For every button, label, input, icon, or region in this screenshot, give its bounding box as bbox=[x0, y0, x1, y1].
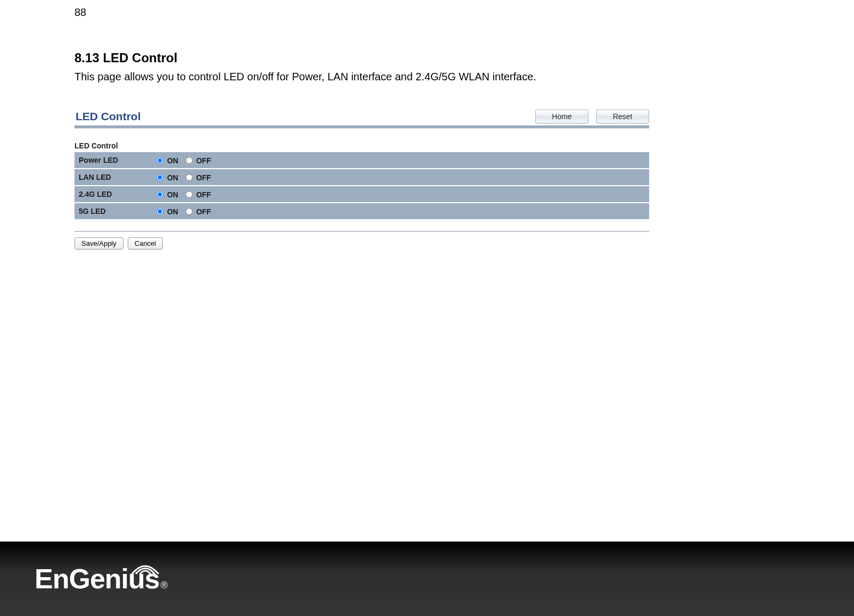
on-label: ON bbox=[167, 173, 178, 182]
panel-sub-heading: LED Control bbox=[74, 141, 649, 150]
row-label: 5G LED bbox=[74, 203, 152, 219]
cancel-button[interactable]: Cancel bbox=[128, 237, 163, 249]
lan-led-on-radio[interactable] bbox=[156, 174, 163, 181]
panel-top-buttons: Home Reset bbox=[535, 110, 649, 123]
off-label: OFF bbox=[196, 207, 211, 216]
row-label: 2.4G LED bbox=[74, 186, 152, 202]
table-row: Power LED ON OFF bbox=[74, 152, 649, 168]
page-footer: EnGenius ® bbox=[0, 542, 854, 616]
5g-led-off-radio[interactable] bbox=[186, 208, 193, 215]
panel-topbar: LED Control Home Reset bbox=[74, 110, 649, 126]
divider bbox=[74, 231, 649, 232]
row-options: ON OFF bbox=[152, 203, 649, 219]
on-label: ON bbox=[167, 207, 178, 216]
led-table: Power LED ON OFF LAN LED ON OFF bbox=[74, 151, 649, 220]
5g-led-on-radio[interactable] bbox=[156, 208, 163, 215]
reset-button[interactable]: Reset bbox=[596, 110, 649, 123]
wifi-arc-icon bbox=[129, 555, 161, 577]
row-label: LAN LED bbox=[74, 169, 152, 185]
row-label: Power LED bbox=[74, 152, 152, 168]
brand-logo: EnGenius ® bbox=[35, 565, 168, 593]
registered-mark: ® bbox=[161, 580, 168, 591]
panel-title-underline bbox=[74, 126, 649, 129]
led-control-panel: LED Control Home Reset LED Control Power… bbox=[74, 110, 649, 249]
panel-title: LED Control bbox=[74, 110, 140, 123]
power-led-off-radio[interactable] bbox=[186, 157, 193, 164]
24g-led-on-radio[interactable] bbox=[156, 191, 163, 198]
table-row: 2.4G LED ON OFF bbox=[74, 186, 649, 202]
on-label: ON bbox=[167, 156, 178, 165]
off-label: OFF bbox=[196, 190, 211, 199]
power-led-on-radio[interactable] bbox=[156, 157, 163, 164]
row-options: ON OFF bbox=[152, 152, 649, 168]
page-number: 88 bbox=[74, 6, 86, 19]
lan-led-off-radio[interactable] bbox=[186, 174, 193, 181]
section-heading: 8.13 LED Control bbox=[74, 51, 713, 65]
on-label: ON bbox=[167, 190, 178, 199]
row-options: ON OFF bbox=[152, 169, 649, 185]
off-label: OFF bbox=[196, 156, 211, 165]
save-apply-button[interactable]: Save/Apply bbox=[74, 237, 123, 249]
24g-led-off-radio[interactable] bbox=[186, 191, 193, 198]
row-options: ON OFF bbox=[152, 186, 649, 202]
table-row: LAN LED ON OFF bbox=[74, 169, 649, 185]
table-row: 5G LED ON OFF bbox=[74, 203, 649, 219]
home-button[interactable]: Home bbox=[535, 110, 588, 123]
off-label: OFF bbox=[196, 173, 211, 182]
form-actions: Save/Apply Cancel bbox=[74, 237, 649, 249]
section-description: This page allows you to control LED on/o… bbox=[74, 71, 713, 83]
